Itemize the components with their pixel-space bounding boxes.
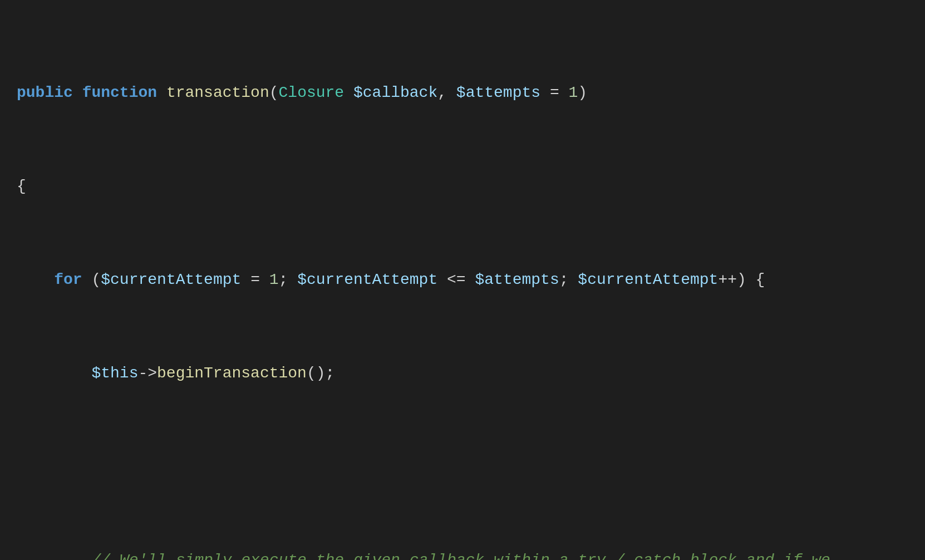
comment-1: // We'll simply execute the given callba… xyxy=(91,552,830,560)
param-callback: $callback xyxy=(353,84,437,101)
brace-for-open: { xyxy=(756,271,765,288)
code-line-5 xyxy=(17,455,908,479)
func-beginTransaction: beginTransaction xyxy=(157,365,307,382)
code-line-4: $this->beginTransaction(); xyxy=(17,362,908,385)
keyword-public: public xyxy=(17,84,73,101)
var-this1: $this xyxy=(91,365,138,382)
operator-assign: = xyxy=(250,271,260,288)
code-line-1: public function transaction(Closure $cal… xyxy=(17,81,908,105)
code-line-6: // We'll simply execute the given callba… xyxy=(17,549,908,560)
code-line-2: { xyxy=(17,175,908,198)
var-currentAttempt: $currentAttempt xyxy=(101,271,241,288)
punctuation: ) xyxy=(737,271,746,288)
punctuation: ) xyxy=(578,84,587,101)
brace-open: { xyxy=(17,178,26,195)
operator: = xyxy=(550,84,559,101)
punctuation: , xyxy=(437,84,447,101)
code-line-3: for ($currentAttempt = 1; $currentAttemp… xyxy=(17,268,908,292)
punctuation: ( xyxy=(269,84,279,101)
var-attempts: $attempts xyxy=(475,271,559,288)
punctuation: ; xyxy=(559,271,569,288)
function-name: transaction xyxy=(166,84,269,101)
type-closure: Closure xyxy=(279,84,345,101)
param-attempts: $attempts xyxy=(456,84,540,101)
operator-increment: ++ xyxy=(718,271,737,288)
punctuation: ; xyxy=(279,271,288,288)
keyword-for: for xyxy=(54,271,82,288)
var-currentAttempt2: $currentAttempt xyxy=(297,271,437,288)
operator-lte: <= xyxy=(447,271,466,288)
number-1: 1 xyxy=(569,84,578,101)
code-editor: public function transaction(Closure $cal… xyxy=(0,0,925,560)
var-currentAttempt3: $currentAttempt xyxy=(578,271,718,288)
number-1b: 1 xyxy=(269,271,279,288)
arrow: -> xyxy=(138,365,157,382)
punctuation: (); xyxy=(307,365,334,382)
keyword-function: function xyxy=(82,84,157,101)
punctuation: ( xyxy=(91,271,101,288)
